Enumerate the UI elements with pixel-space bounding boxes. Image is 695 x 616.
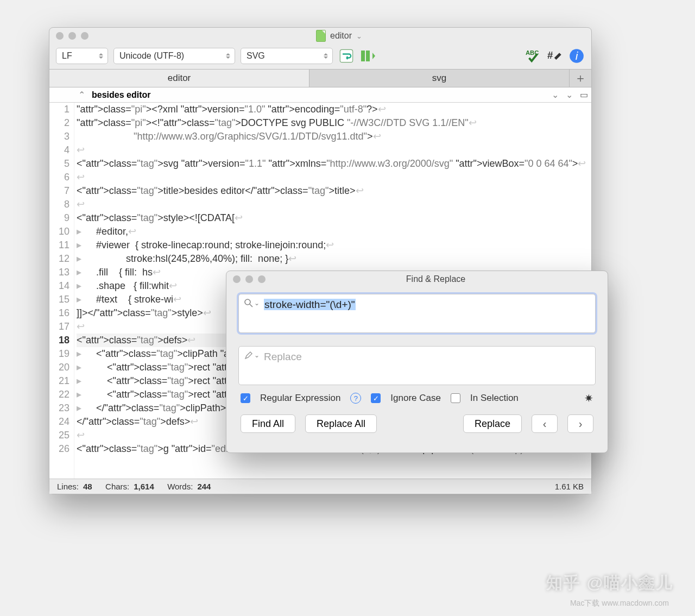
status-chars-label: Chars: bbox=[105, 482, 129, 491]
tab-svg[interactable]: svg bbox=[309, 70, 570, 87]
options-row: ✓ Regular Expression ? ✓ Ignore Case In … bbox=[226, 392, 608, 405]
panel-zoom-button[interactable] bbox=[258, 275, 266, 283]
regex-label: Regular Expression bbox=[260, 393, 340, 404]
watermark: 知乎 @喵小鑫儿 bbox=[546, 572, 673, 594]
columns-icon[interactable] bbox=[360, 48, 376, 64]
tab-bar: editor svg ＋ bbox=[49, 69, 591, 87]
symbol-label[interactable]: besides editor bbox=[89, 90, 548, 100]
ignorecase-label: Ignore Case bbox=[390, 393, 441, 404]
encoding-select[interactable]: Unicode (UTF-8) bbox=[113, 48, 235, 64]
status-chars: 1,614 bbox=[134, 482, 154, 491]
search-icon[interactable]: ⌄ bbox=[244, 299, 260, 307]
window-zoom-button[interactable] bbox=[81, 32, 89, 40]
window-close-button[interactable] bbox=[56, 32, 64, 40]
replace-button[interactable]: Replace bbox=[463, 414, 522, 433]
window-minimize-button[interactable] bbox=[68, 32, 76, 40]
svg-rect-2 bbox=[366, 51, 370, 61]
tab-add-button[interactable]: ＋ bbox=[570, 70, 591, 87]
status-lines-label: Lines: bbox=[57, 482, 79, 491]
panel-title: Find & Replace bbox=[270, 274, 601, 284]
toolbar: LF Unicode (UTF-8) SVG ABC # i bbox=[49, 44, 591, 69]
nav-down-icon[interactable]: ⌄ bbox=[562, 90, 576, 100]
svg-point-7 bbox=[245, 299, 250, 305]
document-icon bbox=[316, 30, 326, 42]
symbol-dropdown-icon[interactable]: ⌄ bbox=[548, 90, 562, 100]
color-picker-icon[interactable]: # bbox=[547, 48, 563, 64]
replace-all-button[interactable]: Replace All bbox=[305, 414, 377, 433]
find-all-button[interactable]: Find All bbox=[241, 414, 295, 433]
status-words-label: Words: bbox=[167, 482, 193, 491]
tab-editor[interactable]: editor bbox=[49, 70, 309, 87]
wrap-icon[interactable] bbox=[338, 48, 355, 64]
replace-field[interactable]: ⌄ Replace bbox=[238, 346, 596, 385]
status-words: 244 bbox=[197, 482, 211, 491]
find-field[interactable]: ⌄ stroke-width="(\d+)" bbox=[238, 294, 596, 333]
inselection-checkbox[interactable] bbox=[451, 393, 460, 403]
svg-text:#: # bbox=[547, 49, 553, 61]
regex-checkbox[interactable]: ✓ bbox=[241, 393, 250, 403]
line-ending-select[interactable]: LF bbox=[56, 48, 108, 64]
prev-match-button[interactable]: ‹ bbox=[532, 414, 558, 433]
nav-up-icon[interactable]: ⌃ bbox=[74, 90, 89, 100]
inselection-label: In Selection bbox=[470, 393, 519, 404]
syntax-select[interactable]: SVG bbox=[241, 48, 333, 64]
status-size: 1.61 KB bbox=[555, 482, 584, 491]
gear-icon[interactable]: ✷ bbox=[584, 392, 593, 405]
watermark-small: Mac下载 www.macdown.com bbox=[570, 599, 669, 608]
status-lines: 48 bbox=[83, 482, 92, 491]
split-icon[interactable]: ▭ bbox=[576, 90, 591, 100]
line-gutter: 1234567891011121314151617181920212223242… bbox=[49, 103, 74, 479]
panel-minimize-button[interactable] bbox=[245, 275, 253, 283]
regex-help-icon[interactable]: ? bbox=[350, 393, 361, 404]
window-title: editor bbox=[330, 31, 352, 41]
info-icon[interactable]: i bbox=[568, 48, 585, 64]
pencil-icon[interactable]: ⌄ bbox=[244, 351, 260, 360]
replace-placeholder: Replace bbox=[264, 351, 302, 363]
button-row: Find All Replace All Replace ‹ › bbox=[226, 405, 608, 433]
svg-rect-1 bbox=[361, 51, 365, 61]
spellcheck-icon[interactable]: ABC bbox=[525, 48, 541, 64]
panel-close-button[interactable] bbox=[233, 275, 241, 283]
titlebar: editor ⌄ bbox=[49, 28, 591, 44]
next-match-button[interactable]: › bbox=[567, 414, 593, 433]
find-replace-panel: Find & Replace ⌄ stroke-width="(\d+)" ⌄ … bbox=[226, 271, 608, 453]
ignorecase-checkbox[interactable]: ✓ bbox=[371, 393, 381, 403]
panel-titlebar: Find & Replace bbox=[226, 271, 608, 287]
find-value: stroke-width="(\d+)" bbox=[264, 299, 356, 310]
symbol-bar: ⌃ besides editor ⌄ ⌄ ▭ bbox=[49, 87, 591, 103]
title-dropdown-icon[interactable]: ⌄ bbox=[356, 32, 362, 40]
status-bar: Lines: 48 Chars: 1,614 Words: 244 1.61 K… bbox=[49, 479, 591, 494]
